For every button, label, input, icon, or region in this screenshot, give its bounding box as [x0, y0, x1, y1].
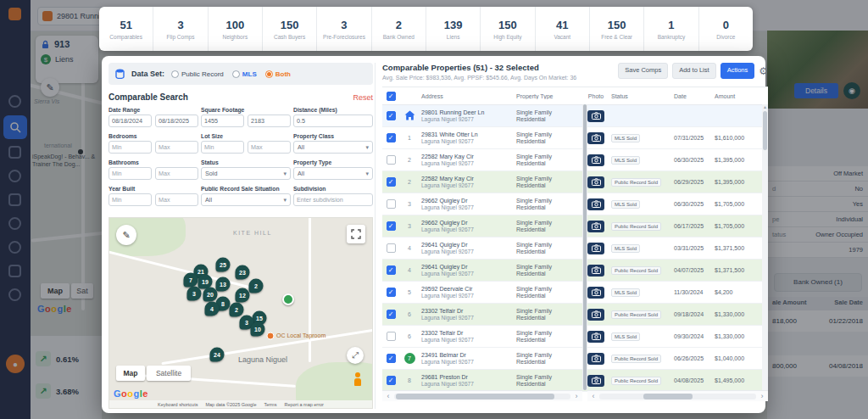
add-to-list-button[interactable]: Add to List	[672, 63, 715, 79]
reset-link[interactable]: Reset	[353, 93, 373, 102]
row-checkbox[interactable]: ✓	[387, 177, 396, 187]
field-input-bathrooms-1[interactable]	[155, 167, 198, 180]
stat-tile-high-equity[interactable]: 150High Equity	[481, 7, 535, 51]
table-row[interactable]: ✓29801 Running Deer LnLaguna Niguel 9267…	[382, 105, 768, 127]
stat-tile-vacant[interactable]: 41Vacant	[536, 7, 590, 51]
map-type-map-button[interactable]: Map	[116, 366, 145, 381]
field-select-property-class[interactable]: All▾	[293, 141, 373, 154]
pegman-icon[interactable]	[353, 372, 362, 386]
field-input-year-built-1[interactable]	[155, 193, 198, 206]
map-cluster-marker[interactable]: 3	[187, 287, 202, 301]
scroll-right-icon[interactable]: ›	[758, 392, 766, 401]
field-input-bathrooms-0[interactable]	[108, 167, 152, 180]
field-input-square-footage-1[interactable]	[248, 115, 291, 127]
map-cluster-marker[interactable]: 10	[251, 322, 265, 337]
camera-icon[interactable]	[587, 176, 604, 188]
table-row[interactable]: 623302 Telfair DrLaguna Niguel 92677Sing…	[382, 326, 768, 348]
camera-icon[interactable]	[587, 198, 604, 210]
gear-icon[interactable]: ⚙	[759, 65, 768, 77]
map-cluster-marker[interactable]: 24	[210, 348, 225, 362]
stat-tile-bank-owned[interactable]: 2Bank Owned	[372, 7, 426, 51]
report-error-link[interactable]: Report a map error	[284, 402, 323, 407]
camera-icon[interactable]	[587, 287, 604, 299]
table-row[interactable]: ✓329662 Quigley DrLaguna Niguel 92677Sin…	[382, 215, 768, 237]
stat-tile-liens[interactable]: 139Liens	[426, 7, 481, 51]
field-input-year-built-0[interactable]	[108, 193, 152, 206]
stat-tile-divorce[interactable]: 0Divorce	[699, 7, 753, 51]
row-checkbox[interactable]: ✓	[387, 133, 396, 142]
comp-map[interactable]: KITE HILL Laguna Niguel 2521237191323201…	[108, 217, 373, 409]
hscrollbar-left[interactable]: ‹ ›	[382, 390, 582, 401]
stat-tile-comparables[interactable]: 51Comparables	[99, 7, 153, 51]
map-cluster-marker[interactable]: 2	[249, 279, 264, 293]
hscrollbar-right[interactable]: ‹ ›	[587, 390, 768, 401]
row-checkbox[interactable]	[387, 155, 396, 165]
camera-icon[interactable]	[587, 265, 604, 277]
camera-icon[interactable]	[587, 353, 604, 365]
map-cluster-marker[interactable]: 20	[203, 288, 218, 302]
map-cluster-marker[interactable]: 23	[236, 265, 250, 280]
camera-icon[interactable]	[587, 221, 604, 232]
row-checkbox[interactable]: ✓	[387, 221, 396, 231]
table-row[interactable]: ✓723491 Belmar DrLaguna Niguel 92677Sing…	[382, 348, 768, 370]
select-all-checkbox[interactable]: ✓	[387, 92, 396, 101]
map-type-satellite-button[interactable]: Satellite	[147, 366, 191, 381]
camera-icon[interactable]	[587, 243, 604, 254]
map-cluster-marker[interactable]: 12	[236, 288, 250, 303]
field-input-distance-miles[interactable]	[293, 115, 373, 127]
col-status[interactable]: Status	[609, 93, 672, 99]
row-checkbox[interactable]: ✓	[387, 354, 396, 363]
scroll-left-icon[interactable]: ‹	[384, 392, 392, 401]
map-draw-button[interactable]: ✎	[116, 225, 136, 245]
terms-link[interactable]: Terms	[264, 402, 276, 407]
subject-property-marker[interactable]	[282, 293, 294, 305]
map-cluster-marker[interactable]: 4	[205, 302, 220, 316]
col-address[interactable]: Address	[420, 93, 515, 99]
table-row[interactable]: 429641 Quigley DrLaguna Niguel 92677Sing…	[382, 237, 768, 260]
scroll-right-icon[interactable]: ›	[572, 392, 581, 401]
field-select-status[interactable]: Sold▾	[201, 167, 291, 180]
row-checkbox[interactable]	[387, 199, 396, 209]
field-input-bedrooms-0[interactable]	[108, 141, 152, 154]
row-checkbox[interactable]: ✓	[387, 310, 396, 319]
radio-mls[interactable]: MLS	[232, 70, 257, 78]
map-cluster-marker[interactable]: 7	[184, 273, 198, 288]
field-input-square-footage-0[interactable]	[201, 115, 244, 127]
field-select-property-type[interactable]: All▾	[293, 167, 373, 180]
camera-icon[interactable]	[587, 309, 604, 321]
col-amount[interactable]: Amount	[713, 93, 759, 99]
row-checkbox[interactable]: ✓	[387, 265, 396, 275]
field-input-date-range-0[interactable]	[108, 115, 152, 127]
col-date[interactable]: Date	[672, 93, 713, 99]
stat-tile-neighbors[interactable]: 100Neighbors	[209, 7, 263, 51]
stat-tile-cash-buyers[interactable]: 150Cash Buyers	[263, 7, 317, 51]
col-property-type[interactable]: Property Type	[515, 93, 582, 99]
stat-tile-bankruptcy[interactable]: 1Bankruptcy	[644, 7, 698, 51]
table-row[interactable]: ✓129831 White Otter LnLaguna Niguel 9267…	[382, 127, 768, 149]
table-row[interactable]: ✓429641 Quigley DrLaguna Niguel 92677Sin…	[382, 260, 768, 282]
save-comps-button[interactable]: Save Comps	[618, 63, 668, 79]
field-input-bedrooms-1[interactable]	[155, 141, 198, 154]
fullscreen-button[interactable]	[347, 225, 365, 243]
table-row[interactable]: ✓222582 Mary Kay CirLaguna Niguel 92677S…	[382, 171, 768, 193]
camera-icon[interactable]	[587, 154, 604, 166]
stat-tile-free-clear[interactable]: 150Free & Clear	[590, 7, 644, 51]
row-checkbox[interactable]: ✓	[387, 376, 396, 385]
scroll-left-icon[interactable]: ‹	[589, 392, 598, 401]
keyboard-shortcuts-link[interactable]: Keyboard shortcuts	[158, 402, 198, 407]
table-row[interactable]: ✓529592 Deervale CirLaguna Niguel 92677S…	[382, 282, 768, 304]
expand-map-button[interactable]: ⤢	[347, 347, 364, 364]
vertical-scrollbar[interactable]: ▲	[762, 104, 768, 390]
field-input-lot-size-0[interactable]	[201, 141, 244, 154]
radio-both[interactable]: Both	[265, 70, 291, 78]
table-row[interactable]: ✓623302 Telfair DrLaguna Niguel 92677Sin…	[382, 304, 768, 326]
map-cluster-marker[interactable]: 13	[216, 277, 231, 292]
camera-icon[interactable]	[587, 132, 604, 144]
row-checkbox[interactable]: ✓	[387, 111, 396, 120]
frozen-column-scrollbar[interactable]	[582, 104, 587, 390]
actions-button[interactable]: Actions	[721, 63, 755, 79]
radio-public-record[interactable]: Public Record	[171, 70, 224, 78]
table-row[interactable]: 222582 Mary Kay CirLaguna Niguel 92677Si…	[382, 149, 768, 171]
field-input-lot-size-1[interactable]	[248, 141, 291, 154]
table-row[interactable]: ✓829681 Preston DrLaguna Niguel 92677Sin…	[382, 370, 768, 392]
